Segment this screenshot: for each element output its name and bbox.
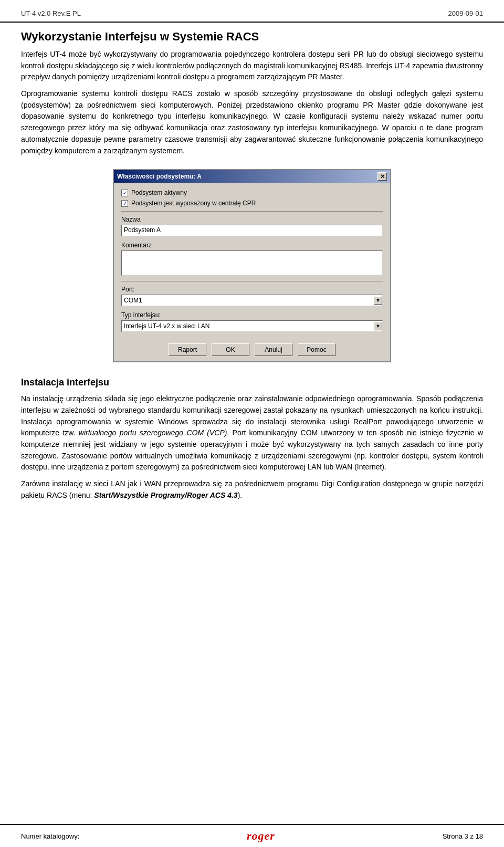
nazwa-section: Nazwa Podsystem A bbox=[121, 216, 383, 236]
dialog-titlebar: Właściwości podsystemu: A ✕ bbox=[114, 170, 390, 183]
anuluj-button[interactable]: Anuluj bbox=[255, 343, 292, 356]
nazwa-input[interactable]: Podsystem A bbox=[121, 225, 383, 236]
typ-select-value: Interfejs UT-4 v2.x w sieci LAN bbox=[122, 321, 374, 331]
typ-section: Typ interfejsu: Interfejs UT-4 v2.x w si… bbox=[121, 311, 383, 332]
nazwa-label: Nazwa bbox=[121, 216, 383, 223]
paragraph-2: Oprogramowanie systemu kontroli dostępu … bbox=[21, 88, 483, 156]
close-icon: ✕ bbox=[380, 173, 385, 180]
ok-button[interactable]: OK bbox=[212, 343, 249, 356]
dialog-close-button[interactable]: ✕ bbox=[377, 172, 387, 181]
typ-dropdown-arrow[interactable]: ▼ bbox=[374, 322, 382, 330]
raport-button[interactable]: Raport bbox=[169, 343, 206, 356]
port-dropdown-arrow[interactable]: ▼ bbox=[374, 296, 382, 305]
header-left: UT-4 v2.0 Rev.E PL bbox=[21, 9, 81, 17]
checkbox-centrala-cpr-row: ✓ Podsystem jest wyposażony w centralę C… bbox=[121, 200, 383, 207]
section2-paragraph-1: Na instalację urządzenia składa się jego… bbox=[21, 393, 483, 473]
dialog-container: Właściwości podsystemu: A ✕ ✓ Podsystem … bbox=[21, 169, 483, 362]
page: UT-4 v2.0 Rev.E PL 2009-09-01 Wykorzysta… bbox=[0, 0, 504, 847]
checkbox-podsystem-aktywny-label: Podsystem aktywny bbox=[131, 189, 187, 196]
dialog-separator-2 bbox=[121, 281, 383, 281]
section2-paragraph-2: Zarówno instalację w sieci LAN jak i WAN… bbox=[21, 478, 483, 501]
dialog-body: ✓ Podsystem aktywny ✓ Podsystem jest wyp… bbox=[114, 183, 390, 361]
section2-title: Instalacja interfejsu bbox=[21, 377, 483, 388]
checkbox-centrala-cpr-label: Podsystem jest wyposażony w centralę CPR bbox=[131, 200, 256, 207]
port-select-value: COM1 bbox=[122, 296, 374, 305]
port-label: Port: bbox=[121, 286, 383, 293]
dialog-buttons: Raport OK Anuluj Pomoc bbox=[121, 339, 383, 356]
italic-bold-menu: Start/Wszystkie Programy/Roger ACS 4.3 bbox=[94, 491, 237, 499]
typ-label: Typ interfejsu: bbox=[121, 311, 383, 319]
checkbox-podsystem-aktywny[interactable]: ✓ bbox=[121, 190, 128, 196]
checkbox-podsystem-aktywny-row: ✓ Podsystem aktywny bbox=[121, 189, 383, 196]
properties-dialog: Właściwości podsystemu: A ✕ ✓ Podsystem … bbox=[113, 169, 391, 362]
port-section: Port: COM1 ▼ bbox=[121, 286, 383, 306]
dialog-title: Właściwości podsystemu: A bbox=[117, 173, 202, 180]
komentarz-textarea[interactable] bbox=[121, 250, 383, 276]
page-footer: Numer katalogowy: roger Strona 3 z 18 bbox=[0, 824, 504, 847]
main-content: Wykorzystanie Interfejsu w Systemie RACS… bbox=[0, 30, 504, 501]
footer-logo: roger bbox=[247, 829, 275, 843]
pomoc-button[interactable]: Pomoc bbox=[298, 343, 335, 356]
komentarz-label: Komentarz bbox=[121, 242, 383, 249]
page-header: UT-4 v2.0 Rev.E PL 2009-09-01 bbox=[0, 0, 504, 23]
footer-page: Strona 3 z 18 bbox=[443, 832, 483, 840]
checkbox-centrala-cpr[interactable]: ✓ bbox=[121, 200, 128, 207]
header-right: 2009-09-01 bbox=[448, 9, 484, 17]
komentarz-section: Komentarz bbox=[121, 242, 383, 276]
main-title: Wykorzystanie Interfejsu w Systemie RACS bbox=[21, 30, 483, 44]
dialog-separator-1 bbox=[121, 211, 383, 212]
footer-catalog-label: Numer katalogowy: bbox=[21, 832, 79, 840]
port-select[interactable]: COM1 ▼ bbox=[121, 295, 383, 306]
typ-select[interactable]: Interfejs UT-4 v2.x w sieci LAN ▼ bbox=[121, 320, 383, 332]
italic-text-vcp: wirtualnego portu szeregowego COM (VCP) bbox=[79, 428, 227, 437]
paragraph-1: Interfejs UT-4 może być wykorzystywany d… bbox=[21, 49, 483, 83]
